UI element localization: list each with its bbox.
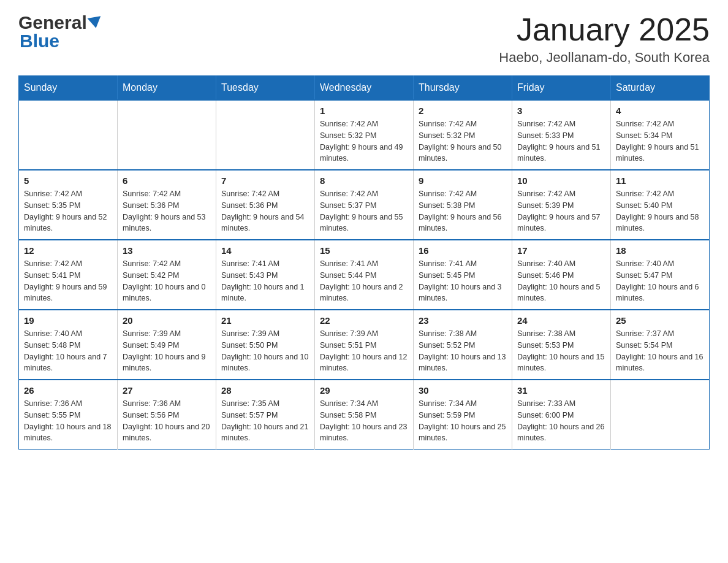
day-info: Sunrise: 7:41 AMSunset: 5:44 PMDaylight:… bbox=[320, 258, 408, 304]
weekday-header-tuesday: Tuesday bbox=[216, 76, 315, 101]
calendar-day-cell: 1Sunrise: 7:42 AMSunset: 5:32 PMDaylight… bbox=[315, 100, 414, 170]
calendar-day-cell: 6Sunrise: 7:42 AMSunset: 5:36 PMDaylight… bbox=[118, 170, 216, 240]
day-info: Sunrise: 7:33 AMSunset: 6:00 PMDaylight:… bbox=[517, 398, 605, 444]
weekday-header-row: SundayMondayTuesdayWednesdayThursdayFrid… bbox=[19, 76, 710, 101]
day-info: Sunrise: 7:42 AMSunset: 5:42 PMDaylight:… bbox=[123, 258, 211, 304]
calendar-day-cell: 21Sunrise: 7:39 AMSunset: 5:50 PMDayligh… bbox=[216, 310, 315, 380]
calendar-day-cell: 20Sunrise: 7:39 AMSunset: 5:49 PMDayligh… bbox=[118, 310, 216, 380]
day-number: 18 bbox=[616, 245, 704, 256]
main-title: January 2025 bbox=[499, 12, 710, 47]
calendar-day-cell bbox=[216, 100, 315, 170]
day-info: Sunrise: 7:42 AMSunset: 5:39 PMDaylight:… bbox=[517, 188, 605, 234]
calendar-day-cell: 17Sunrise: 7:40 AMSunset: 5:46 PMDayligh… bbox=[512, 240, 611, 310]
day-number: 1 bbox=[320, 105, 408, 116]
weekday-header-monday: Monday bbox=[118, 76, 216, 101]
day-info: Sunrise: 7:35 AMSunset: 5:57 PMDaylight:… bbox=[221, 398, 309, 444]
calendar-day-cell: 23Sunrise: 7:38 AMSunset: 5:52 PMDayligh… bbox=[414, 310, 512, 380]
calendar-day-cell: 22Sunrise: 7:39 AMSunset: 5:51 PMDayligh… bbox=[315, 310, 414, 380]
calendar-week-1: 1Sunrise: 7:42 AMSunset: 5:32 PMDaylight… bbox=[19, 100, 710, 170]
calendar-day-cell: 12Sunrise: 7:42 AMSunset: 5:41 PMDayligh… bbox=[19, 240, 118, 310]
day-info: Sunrise: 7:42 AMSunset: 5:37 PMDaylight:… bbox=[320, 188, 408, 234]
calendar-day-cell: 10Sunrise: 7:42 AMSunset: 5:39 PMDayligh… bbox=[512, 170, 611, 240]
calendar-day-cell: 26Sunrise: 7:36 AMSunset: 5:55 PMDayligh… bbox=[19, 380, 118, 450]
calendar-day-cell: 5Sunrise: 7:42 AMSunset: 5:35 PMDaylight… bbox=[19, 170, 118, 240]
day-info: Sunrise: 7:39 AMSunset: 5:49 PMDaylight:… bbox=[123, 328, 211, 374]
day-number: 29 bbox=[320, 385, 408, 396]
calendar-body: 1Sunrise: 7:42 AMSunset: 5:32 PMDaylight… bbox=[19, 100, 710, 450]
day-number: 31 bbox=[517, 385, 605, 396]
day-number: 24 bbox=[517, 315, 605, 326]
calendar-week-4: 19Sunrise: 7:40 AMSunset: 5:48 PMDayligh… bbox=[19, 310, 710, 380]
calendar-day-cell bbox=[118, 100, 216, 170]
day-number: 25 bbox=[616, 315, 704, 326]
day-info: Sunrise: 7:42 AMSunset: 5:40 PMDaylight:… bbox=[616, 188, 704, 234]
calendar-day-cell: 18Sunrise: 7:40 AMSunset: 5:47 PMDayligh… bbox=[611, 240, 710, 310]
calendar-table: SundayMondayTuesdayWednesdayThursdayFrid… bbox=[18, 75, 710, 450]
calendar-day-cell: 24Sunrise: 7:38 AMSunset: 5:53 PMDayligh… bbox=[512, 310, 611, 380]
day-info: Sunrise: 7:39 AMSunset: 5:50 PMDaylight:… bbox=[221, 328, 309, 374]
day-number: 12 bbox=[24, 245, 112, 256]
day-info: Sunrise: 7:40 AMSunset: 5:48 PMDaylight:… bbox=[24, 328, 112, 374]
calendar-day-cell: 29Sunrise: 7:34 AMSunset: 5:58 PMDayligh… bbox=[315, 380, 414, 450]
day-number: 13 bbox=[123, 245, 211, 256]
calendar-day-cell: 25Sunrise: 7:37 AMSunset: 5:54 PMDayligh… bbox=[611, 310, 710, 380]
day-number: 23 bbox=[419, 315, 507, 326]
day-number: 21 bbox=[221, 315, 309, 326]
day-info: Sunrise: 7:34 AMSunset: 5:59 PMDaylight:… bbox=[419, 398, 507, 444]
weekday-header-sunday: Sunday bbox=[19, 76, 118, 101]
calendar-day-cell: 31Sunrise: 7:33 AMSunset: 6:00 PMDayligh… bbox=[512, 380, 611, 450]
day-info: Sunrise: 7:42 AMSunset: 5:32 PMDaylight:… bbox=[419, 118, 507, 164]
day-number: 17 bbox=[517, 245, 605, 256]
day-info: Sunrise: 7:40 AMSunset: 5:47 PMDaylight:… bbox=[616, 258, 704, 304]
location-subtitle: Haebo, Jeollanam-do, South Korea bbox=[499, 50, 710, 66]
day-info: Sunrise: 7:42 AMSunset: 5:32 PMDaylight:… bbox=[320, 118, 408, 164]
day-number: 28 bbox=[221, 385, 309, 396]
day-number: 10 bbox=[517, 175, 605, 186]
day-info: Sunrise: 7:39 AMSunset: 5:51 PMDaylight:… bbox=[320, 328, 408, 374]
day-number: 7 bbox=[221, 175, 309, 186]
day-number: 2 bbox=[419, 105, 507, 116]
day-number: 22 bbox=[320, 315, 408, 326]
calendar-week-3: 12Sunrise: 7:42 AMSunset: 5:41 PMDayligh… bbox=[19, 240, 710, 310]
calendar-day-cell: 28Sunrise: 7:35 AMSunset: 5:57 PMDayligh… bbox=[216, 380, 315, 450]
calendar-day-cell: 30Sunrise: 7:34 AMSunset: 5:59 PMDayligh… bbox=[414, 380, 512, 450]
day-info: Sunrise: 7:37 AMSunset: 5:54 PMDaylight:… bbox=[616, 328, 704, 374]
day-info: Sunrise: 7:42 AMSunset: 5:35 PMDaylight:… bbox=[24, 188, 112, 234]
day-info: Sunrise: 7:42 AMSunset: 5:33 PMDaylight:… bbox=[517, 118, 605, 164]
day-number: 26 bbox=[24, 385, 112, 396]
calendar-day-cell bbox=[611, 380, 710, 450]
page-header: General Blue January 2025 Haebo, Jeollan… bbox=[18, 12, 710, 66]
weekday-header-wednesday: Wednesday bbox=[315, 76, 414, 101]
day-info: Sunrise: 7:42 AMSunset: 5:36 PMDaylight:… bbox=[123, 188, 211, 234]
logo: General Blue bbox=[18, 12, 103, 52]
day-number: 19 bbox=[24, 315, 112, 326]
calendar-day-cell: 8Sunrise: 7:42 AMSunset: 5:37 PMDaylight… bbox=[315, 170, 414, 240]
day-number: 5 bbox=[24, 175, 112, 186]
calendar-week-5: 26Sunrise: 7:36 AMSunset: 5:55 PMDayligh… bbox=[19, 380, 710, 450]
day-number: 20 bbox=[123, 315, 211, 326]
day-info: Sunrise: 7:42 AMSunset: 5:36 PMDaylight:… bbox=[221, 188, 309, 234]
calendar-title-area: January 2025 Haebo, Jeollanam-do, South … bbox=[499, 12, 710, 66]
day-info: Sunrise: 7:42 AMSunset: 5:34 PMDaylight:… bbox=[616, 118, 704, 164]
calendar-day-cell: 13Sunrise: 7:42 AMSunset: 5:42 PMDayligh… bbox=[118, 240, 216, 310]
day-info: Sunrise: 7:41 AMSunset: 5:45 PMDaylight:… bbox=[419, 258, 507, 304]
day-info: Sunrise: 7:36 AMSunset: 5:56 PMDaylight:… bbox=[123, 398, 211, 444]
day-number: 4 bbox=[616, 105, 704, 116]
day-number: 27 bbox=[123, 385, 211, 396]
weekday-header-saturday: Saturday bbox=[611, 76, 710, 101]
day-number: 3 bbox=[517, 105, 605, 116]
day-number: 16 bbox=[419, 245, 507, 256]
calendar-day-cell: 11Sunrise: 7:42 AMSunset: 5:40 PMDayligh… bbox=[611, 170, 710, 240]
day-info: Sunrise: 7:38 AMSunset: 5:53 PMDaylight:… bbox=[517, 328, 605, 374]
day-number: 15 bbox=[320, 245, 408, 256]
calendar-day-cell: 14Sunrise: 7:41 AMSunset: 5:43 PMDayligh… bbox=[216, 240, 315, 310]
calendar-header: SundayMondayTuesdayWednesdayThursdayFrid… bbox=[19, 76, 710, 101]
calendar-day-cell: 16Sunrise: 7:41 AMSunset: 5:45 PMDayligh… bbox=[414, 240, 512, 310]
calendar-day-cell: 19Sunrise: 7:40 AMSunset: 5:48 PMDayligh… bbox=[19, 310, 118, 380]
day-info: Sunrise: 7:42 AMSunset: 5:38 PMDaylight:… bbox=[419, 188, 507, 234]
day-info: Sunrise: 7:38 AMSunset: 5:52 PMDaylight:… bbox=[419, 328, 507, 374]
calendar-week-2: 5Sunrise: 7:42 AMSunset: 5:35 PMDaylight… bbox=[19, 170, 710, 240]
weekday-header-friday: Friday bbox=[512, 76, 611, 101]
day-number: 9 bbox=[419, 175, 507, 186]
calendar-day-cell: 27Sunrise: 7:36 AMSunset: 5:56 PMDayligh… bbox=[118, 380, 216, 450]
